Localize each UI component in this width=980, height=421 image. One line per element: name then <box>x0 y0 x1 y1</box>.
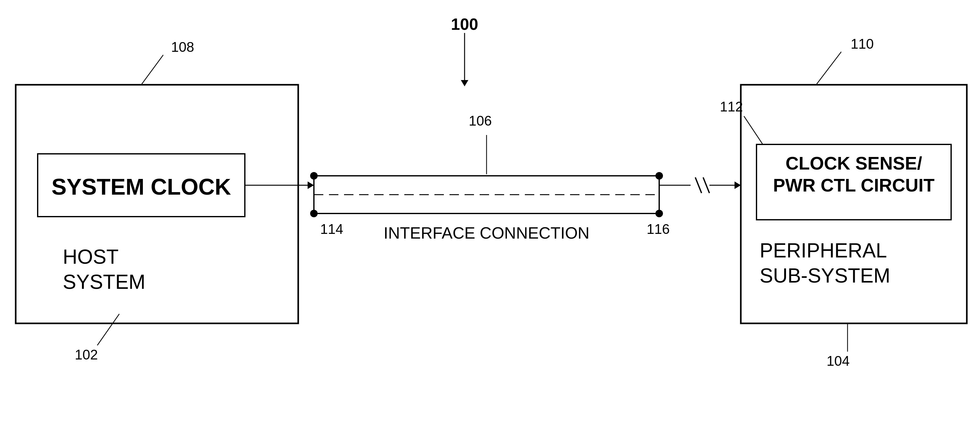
svg-line-13 <box>695 177 702 193</box>
right-connector-top <box>655 172 663 180</box>
left-connector-ref: 114 <box>320 221 343 237</box>
peripheral-system-box <box>741 85 967 324</box>
peripheral-ref: 104 <box>827 353 850 368</box>
system-clock-label: SYSTEM CLOCK <box>51 174 231 199</box>
left-connector-bottom <box>310 210 318 217</box>
svg-line-17 <box>816 52 841 85</box>
svg-line-18 <box>744 116 763 144</box>
clock-sense-ref: 112 <box>720 99 743 114</box>
svg-marker-5 <box>308 182 314 189</box>
svg-marker-1 <box>461 80 468 86</box>
left-connector-top <box>310 172 318 180</box>
host-system-box <box>16 85 298 324</box>
right-connector-bottom <box>655 210 663 217</box>
peripheral-label1: PERIPHERAL <box>760 239 887 262</box>
host-box-ref: 108 <box>171 39 194 55</box>
svg-marker-16 <box>735 182 741 189</box>
svg-line-2 <box>97 314 119 345</box>
peripheral-label2: SUB-SYSTEM <box>760 264 890 287</box>
host-system-ref: 102 <box>75 347 98 362</box>
peripheral-box-ref: 110 <box>851 36 873 51</box>
svg-line-14 <box>703 177 710 193</box>
diagram-container: 100 102 108 SYSTEM CLOCK HOST SYSTEM <box>0 0 980 421</box>
host-system-label2: SYSTEM <box>63 271 145 293</box>
svg-line-3 <box>141 55 163 85</box>
top-ref-label: 100 <box>451 15 478 33</box>
interface-connection-label: INTERFACE CONNECTION <box>383 224 590 242</box>
right-connector-ref: 116 <box>647 221 670 237</box>
clock-sense-label1: CLOCK SENSE/ <box>785 153 922 173</box>
interface-ref: 106 <box>469 113 492 128</box>
host-system-label: HOST <box>63 246 119 268</box>
clock-sense-label2: PWR CTL CIRCUIT <box>773 175 934 195</box>
